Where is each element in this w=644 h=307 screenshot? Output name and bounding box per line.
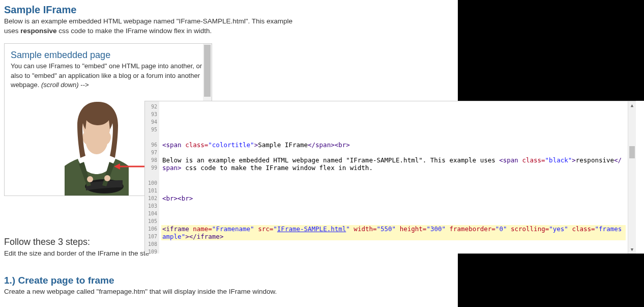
gutter-line: 109 <box>145 248 159 254</box>
iframe-paragraph: You can use IFrames to "embed" one HTML … <box>11 62 206 91</box>
iframe-title: Sample embedded page <box>11 50 206 61</box>
iframe-arrow-text: --> <box>79 81 89 89</box>
code-line: <br><br> <box>162 194 625 202</box>
portrait-image <box>53 97 140 196</box>
gutter-line: 102 <box>145 194 159 202</box>
code-body: 92 93 94 95 96 97 98 99 100 101 102 103 … <box>145 101 628 254</box>
code-line <box>162 248 625 254</box>
gutter-line: 106 <box>145 225 159 233</box>
bottom-section: 1.) Create page to frame Create a new we… <box>4 275 277 299</box>
code-line: <span class="colortitle">Sample IFrame</… <box>162 141 625 149</box>
gutter-line: 95 <box>145 126 159 133</box>
gutter-line: 94 <box>145 118 159 126</box>
desc-line1: Below is an example embedded HTML webpag… <box>4 17 292 25</box>
svg-point-1 <box>87 176 93 182</box>
gutter-line: 96 <box>145 141 159 149</box>
code-scrollbar[interactable]: ▲ ▼ <box>628 101 636 254</box>
black-region-top <box>458 0 644 101</box>
gutter-line: 100 <box>145 179 159 187</box>
gutter-line: 103 <box>145 202 159 210</box>
code-line-highlighted: <iframe name="Framename" src="IFrame-SAM… <box>161 225 626 240</box>
code-line <box>162 179 625 187</box>
gutter-line <box>145 133 159 141</box>
desc-line2c: css code to make the IFrame window flex … <box>57 27 212 35</box>
code-line <box>162 210 625 217</box>
section-1-title: 1.) Create page to frame <box>4 275 277 286</box>
scroll-up-button[interactable]: ▲ <box>628 101 636 109</box>
desc-line2a: uses <box>4 27 20 35</box>
gutter-line: 98 <box>145 156 159 164</box>
black-region-bottom <box>458 254 644 307</box>
gutter-line: 108 <box>145 240 159 248</box>
gutter-line: 104 <box>145 210 159 217</box>
gutter-line: 105 <box>145 217 159 225</box>
red-arrow-icon <box>114 163 144 170</box>
gutter-line: 97 <box>145 149 159 156</box>
gutter-line: 92 <box>145 103 159 110</box>
gutter-line: 99 <box>145 164 159 172</box>
code-scroll-thumb[interactable] <box>629 146 635 158</box>
iframe-scroll-hint: (scroll down) <box>41 81 79 89</box>
code-gutter: 92 93 94 95 96 97 98 99 100 101 102 103 … <box>145 101 159 254</box>
scroll-down-button[interactable]: ▼ <box>628 245 636 254</box>
code-editor[interactable]: 92 93 94 95 96 97 98 99 100 101 102 103 … <box>144 101 636 254</box>
gutter-line: 101 <box>145 187 159 194</box>
gutter-line: 107 <box>145 233 159 240</box>
code-line: Below is an example embedded HTML webpag… <box>162 156 625 172</box>
page-title: Sample IFrame <box>4 4 294 16</box>
svg-point-2 <box>104 175 110 181</box>
iframe-text: You can use IFrames to "embed" one HTML … <box>11 62 202 89</box>
desc-bold: responsive <box>20 27 56 35</box>
gutter-line: 93 <box>145 110 159 118</box>
section-1-desc: Create a new webpage called "framepage.h… <box>4 287 277 297</box>
iframe-scroll-thumb[interactable] <box>204 45 211 97</box>
gutter-line <box>145 172 159 179</box>
svg-marker-4 <box>114 163 120 170</box>
page-description: Below is an example embedded HTML webpag… <box>4 17 294 36</box>
code-line <box>162 126 625 133</box>
code-line <box>162 110 625 118</box>
code-lines[interactable]: <span class="colortitle">Sample IFrame</… <box>159 101 628 254</box>
